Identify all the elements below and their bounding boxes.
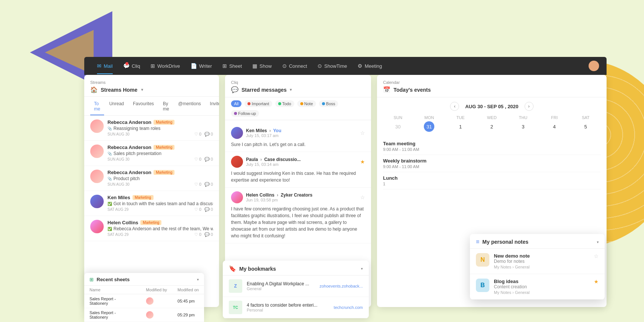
- list-item[interactable]: Ken Miles › You July 15, 03:17 am ☆ Sure…: [225, 123, 371, 152]
- cliq-msg-meta: Ken Miles › You July 15, 03:17 am: [246, 128, 357, 138]
- nav-item-workdrive[interactable]: ⊞ WorkDrive: [145, 61, 185, 71]
- workdrive-icon: ⊞: [151, 63, 155, 69]
- list-item[interactable]: Rebecca Anderson Marketing 📎 Sales pitch…: [84, 141, 219, 166]
- cliq-msg-header: Ken Miles › You July 15, 03:17 am ☆: [231, 127, 365, 139]
- bookmarks-dropdown-arrow[interactable]: ▾: [361, 267, 363, 271]
- mail-meta: SUN AUG 30 ♡ 0 💬 0: [107, 182, 213, 187]
- list-item[interactable]: Helen Collins › Zyker Creators Jun 19, 0…: [225, 188, 371, 243]
- top-navigation: ✉ Mail 💬 Cliq ⊞ WorkDrive 📄 Writer ⊞ She…: [84, 57, 607, 75]
- day-number[interactable]: 4: [549, 121, 560, 132]
- user-avatar[interactable]: [589, 61, 599, 71]
- star-icon[interactable]: ☆: [594, 253, 599, 259]
- bookmark-name: 4 factors to consider before enteri...: [247, 303, 329, 308]
- mail-item-content: Ken Miles Marketing ✅ Got in touch with …: [107, 195, 213, 212]
- day-number[interactable]: 5: [580, 121, 591, 132]
- nav-item-meeting[interactable]: ⚙ Meeting: [352, 61, 387, 71]
- list-item[interactable]: Rebecca Anderson Marketing 📎 Reassigning…: [84, 116, 219, 141]
- day-number[interactable]: 2: [486, 121, 497, 132]
- notes-dropdown-arrow[interactable]: ▾: [597, 240, 599, 244]
- table-row[interactable]: Sales Report - Stationery 05:29 pm: [84, 308, 204, 322]
- star-icon[interactable]: ★: [594, 279, 599, 285]
- list-item[interactable]: Helen Collins Marketing ✅ Rebecca Anders…: [84, 216, 219, 241]
- filter-all[interactable]: All: [231, 100, 242, 107]
- filter-followup[interactable]: Follow-up: [231, 110, 259, 117]
- note-path: My Notes › General: [494, 265, 589, 269]
- calendar-range: AUG 30 - SEP 05 , 2020: [465, 104, 518, 109]
- mail-tag: Marketing: [154, 145, 174, 150]
- mail-item-content: Rebecca Anderson Marketing 📎 Sales pitch…: [107, 145, 213, 162]
- sheet-table: Name Modified by Modified on Sales Repor…: [84, 286, 204, 322]
- event-title: Lunch: [383, 175, 601, 181]
- nav-label-mail: Mail: [104, 63, 113, 69]
- mail-panel-header: Streams 🏠 Streams Home ▾: [84, 75, 219, 97]
- nav-item-connect[interactable]: ⊙ Connect: [277, 61, 312, 71]
- list-item[interactable]: TC 4 factors to consider before enteri..…: [223, 297, 369, 318]
- star-icon[interactable]: ★: [360, 159, 365, 165]
- cliq-recipient: You: [273, 128, 281, 133]
- filter-todo[interactable]: Todo: [275, 100, 294, 107]
- mail-tag: Marketing: [140, 220, 161, 225]
- mail-actions: ♡ 0 💬 0: [194, 207, 213, 212]
- mail-subject: 📎 Reassigning team roles: [107, 126, 213, 131]
- attachment-icon: ✅: [107, 227, 112, 231]
- calendar-prev-button[interactable]: ‹: [450, 102, 459, 111]
- cliq-dropdown-arrow[interactable]: ▾: [290, 88, 292, 92]
- nav-item-sheet[interactable]: ⊞ Sheet: [217, 61, 247, 71]
- day-number[interactable]: 3: [518, 121, 528, 132]
- day-name: MON: [425, 115, 434, 120]
- day-number[interactable]: 1: [455, 121, 466, 132]
- mail-tag: Marketing: [154, 170, 174, 175]
- list-item[interactable]: Paula › Case discussio... July 15, 03:14…: [225, 152, 371, 188]
- tab-mentions[interactable]: @mentions: [174, 98, 205, 115]
- nav-item-showtime[interactable]: ⊙ ShowTime: [312, 61, 352, 71]
- tab-favourites[interactable]: Favourites: [129, 98, 158, 115]
- cliq-recipient: Case discussio...: [264, 157, 301, 162]
- bookmark-content: Enabling A Digital Workplace ... General: [247, 281, 315, 291]
- star-icon[interactable]: ☆: [360, 130, 365, 136]
- nav-item-cliq[interactable]: 💬 Cliq: [118, 61, 145, 71]
- nav-item-writer[interactable]: 📄 Writer: [185, 61, 217, 71]
- nav-item-show[interactable]: ▦ Show: [247, 61, 277, 71]
- tab-unread[interactable]: Unread: [106, 98, 128, 115]
- list-item[interactable]: B Blog ideas Content creation My Notes ›…: [470, 274, 605, 300]
- note-content: Blog ideas Content creation My Notes › G…: [494, 279, 589, 295]
- filter-important[interactable]: Important: [244, 100, 272, 107]
- calendar-event[interactable]: Team meeting 9:00 AM - 11:00 AM: [383, 138, 601, 155]
- mail-icon: ✉: [97, 63, 101, 69]
- tab-by-me[interactable]: By me: [159, 98, 173, 115]
- list-item[interactable]: Z Enabling A Digital Workplace ... Gener…: [223, 276, 369, 297]
- filter-note[interactable]: Note: [297, 100, 316, 107]
- bookmark-link[interactable]: techcrunch.com: [334, 305, 363, 310]
- bookmark-logo: TC: [233, 306, 238, 310]
- show-icon: ▦: [252, 63, 257, 69]
- note-title: Blog ideas: [494, 279, 589, 284]
- mail-subject: 📎 Sales pitch presentation: [107, 151, 213, 156]
- important-dot: [247, 102, 250, 105]
- tab-to-me[interactable]: To me: [90, 98, 104, 115]
- mail-tag: Marketing: [133, 195, 154, 200]
- list-item[interactable]: Rebecca Anderson Marketing 📎 Product pit…: [84, 166, 219, 191]
- attachment-icon: 📎: [107, 177, 112, 181]
- sheet-dropdown-arrow[interactable]: ▾: [197, 277, 199, 282]
- tab-invites[interactable]: Invites: [206, 98, 219, 115]
- cliq-msg-text: Sure I can pitch in. Let's get on a call…: [231, 141, 365, 148]
- bookmark-link[interactable]: zohoevents.zohoback...: [319, 284, 363, 288]
- mail-sender: Rebecca Anderson: [107, 170, 151, 175]
- list-item[interactable]: N New demo note Demo for notes My Notes …: [470, 249, 605, 274]
- note-letter-avatar: N: [476, 253, 489, 267]
- cliq-msg-names: Ken Miles › You: [246, 128, 357, 133]
- avatar: [231, 127, 243, 139]
- calendar-next-button[interactable]: ›: [525, 102, 534, 111]
- dropdown-arrow-icon[interactable]: ▾: [141, 88, 143, 92]
- calendar-event[interactable]: Lunch 1: [383, 172, 601, 189]
- nav-item-mail[interactable]: ✉ Mail: [92, 61, 118, 71]
- day-number[interactable]: 30: [393, 121, 403, 132]
- table-row[interactable]: Sales Report - Stationery 05:45 pm: [84, 294, 204, 308]
- calendar-event[interactable]: Weekly brainstorm 9:00 AM - 11:00 AM: [383, 155, 601, 172]
- star-icon[interactable]: ☆: [360, 194, 365, 200]
- day-number[interactable]: 31: [424, 121, 434, 132]
- cliq-msg-time: July 15, 03:14 am: [246, 162, 357, 167]
- filter-boss[interactable]: Boss: [319, 100, 338, 107]
- list-item[interactable]: Ken Miles Marketing ✅ Got in touch with …: [84, 191, 219, 216]
- sheet-file-name: Sales Report - Stationery: [84, 308, 141, 322]
